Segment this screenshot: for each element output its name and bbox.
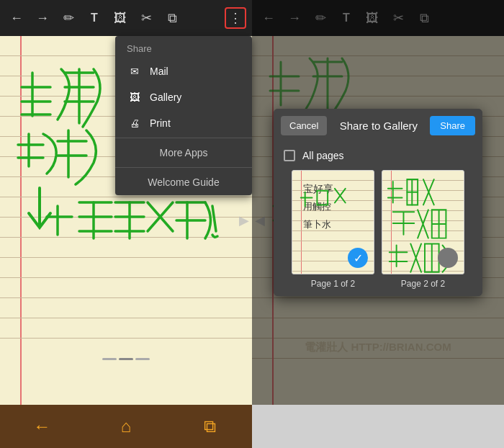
scissors-button[interactable]: ✂ (135, 7, 157, 29)
page-thumb-1[interactable]: 宝好享 用觸控 筆卜水 (292, 170, 374, 289)
dialog-share-button[interactable]: Share (430, 116, 475, 135)
pen-button[interactable]: ✏ (58, 7, 79, 29)
page-1-label: Page 1 of 2 (311, 279, 355, 289)
all-pages-checkbox[interactable] (284, 150, 295, 161)
left-bottom-nav: ← ⌂ ⧉ (0, 405, 252, 448)
menu-item-print[interactable]: 🖨 Print (115, 110, 252, 136)
right-panel: ← → ✏ T 🖼 ✂ ⧉ (252, 0, 504, 448)
scroll-indicator (102, 358, 150, 360)
redo-button[interactable]: → (32, 7, 53, 29)
menu-mail-label: Mail (150, 66, 168, 77)
menu-gallery-label: Gallery (150, 91, 181, 103)
back-nav-button[interactable]: ← (27, 412, 56, 441)
dialog-header: Cancel Share to Gallery Share (274, 109, 482, 143)
menu-divider-2 (115, 167, 252, 168)
all-pages-row: All pages (284, 150, 472, 161)
all-pages-label: All pages (302, 150, 344, 161)
dropdown-menu: Share ✉ Mail 🖼 Gallery 🖨 Print More Apps… (115, 36, 252, 195)
dialog-body: All pages (274, 143, 482, 296)
undo-button[interactable]: ← (6, 7, 27, 29)
gallery-icon: 🖼 (127, 91, 143, 103)
dialog-overlay: Cancel Share to Gallery Share All pages (252, 0, 504, 405)
mail-icon: ✉ (127, 66, 143, 77)
print-icon: 🖨 (127, 117, 143, 129)
pages-grid: 宝好享 用觸控 筆卜水 (284, 170, 472, 289)
dialog-cancel-button[interactable]: Cancel (281, 116, 327, 135)
share-to-gallery-dialog: Cancel Share to Gallery Share All pages (274, 109, 482, 296)
image-button[interactable]: 🖼 (109, 7, 131, 29)
menu-item-gallery[interactable]: 🖼 Gallery (115, 84, 252, 110)
menu-item-welcome-guide[interactable]: Welcome Guide (115, 169, 252, 195)
svg-text:筆卜水: 筆卜水 (303, 219, 331, 230)
page-thumb-2[interactable]: Page 2 of 2 (382, 170, 464, 289)
menu-print-label: Print (150, 117, 171, 129)
svg-text:宝好享: 宝好享 (303, 184, 333, 194)
menu-more-apps-label: More Apps (160, 147, 208, 158)
home-nav-button[interactable]: ⌂ (112, 412, 140, 441)
pages-nav-button[interactable]: ⧉ (196, 412, 225, 441)
menu-section-share: Share (115, 36, 252, 58)
page-1-thumbnail: 宝好享 用觸控 筆卜水 (292, 170, 374, 274)
left-toolbar: ← → ✏ T 🖼 ✂ ⧉ ⋮ (0, 0, 252, 36)
menu-item-more-apps[interactable]: More Apps (115, 140, 252, 166)
menu-divider (115, 138, 252, 138)
right-nav-arrow[interactable]: ▶ (239, 212, 249, 228)
dialog-title: Share to Gallery (333, 120, 424, 132)
menu-welcome-label: Welcome Guide (148, 176, 219, 188)
text-button[interactable]: T (84, 7, 105, 29)
more-options-button[interactable]: ⋮ (225, 7, 246, 29)
page-1-selected-badge: ✓ (348, 248, 368, 268)
copy-button[interactable]: ⧉ (161, 7, 183, 29)
menu-item-mail[interactable]: ✉ Mail (115, 58, 252, 84)
left-panel: ← → ✏ T 🖼 ✂ ⧉ ⋮ (0, 0, 252, 448)
page-2-label: Page 2 of 2 (401, 279, 445, 289)
page-2-unselected-badge (438, 248, 458, 268)
page-2-thumbnail (382, 170, 464, 274)
